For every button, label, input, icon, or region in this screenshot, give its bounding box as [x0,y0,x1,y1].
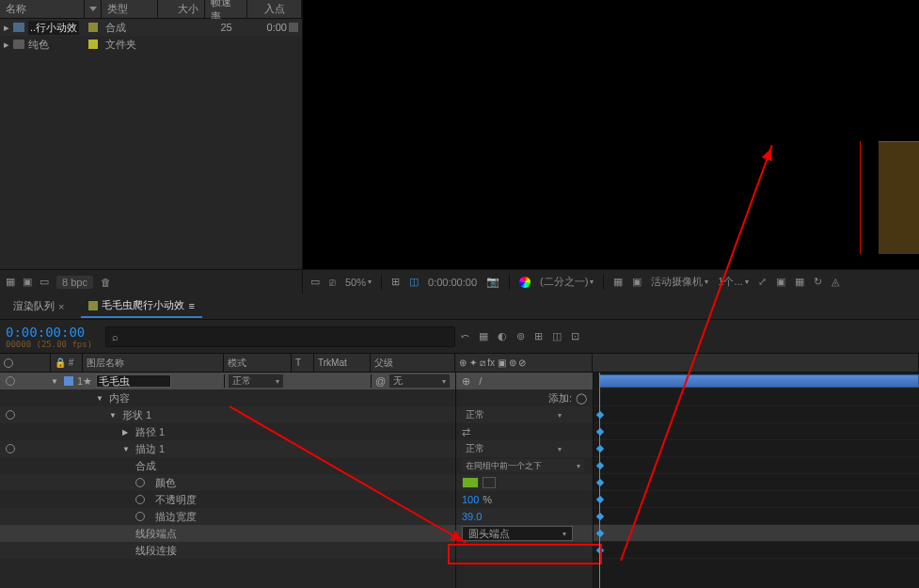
keyframe-marker[interactable] [596,411,604,419]
keyframe-marker[interactable] [596,496,604,503]
project-row[interactable]: ▸..行小动效 合成 25 0:00 [0,19,302,36]
col-in[interactable]: 入点 [247,0,302,19]
layer-duration-bar[interactable] [599,374,919,388]
layer-row[interactable]: ▼1 ★ 正常▾ @无▾ [0,373,455,389]
bpc-button[interactable]: 8 bpc [56,276,93,289]
blend-mode-select[interactable]: 正常▾ [229,374,283,388]
col-t[interactable]: T [292,354,314,372]
col-parent[interactable]: 父级 [371,354,455,372]
visibility-toggle[interactable] [6,376,15,386]
color-swatch[interactable] [462,477,479,488]
line-cap-select[interactable]: 圆头端点▾ [462,526,573,541]
composite-order-select[interactable]: 在同组中前一个之下▾ [462,459,584,472]
view-icon[interactable]: ▣ [776,276,785,288]
new-comp-icon[interactable]: ▣ [23,276,32,288]
twirl-icon[interactable]: ▼ [96,394,105,403]
monitor-icon[interactable]: ▭ [310,276,320,288]
mask-view-icon[interactable]: ▣ [632,276,642,288]
tab-menu-icon[interactable]: ≡ [188,300,194,311]
resolution-dropdown[interactable]: (二分之一)▾ [540,275,594,289]
layer-color-swatch[interactable] [64,376,73,386]
comp-shy-icon[interactable]: ▦ [479,330,488,342]
zoom-dropdown[interactable]: 50%▾ [345,277,372,288]
filter-icon[interactable]: ◬ [832,276,839,288]
trash-icon[interactable]: 🗑 [101,277,111,288]
reset-icon[interactable]: ↻ [814,276,822,288]
property-row[interactable]: 不透明度 [0,491,455,508]
property-row[interactable]: ▶路径 1 [0,423,455,440]
parent-select[interactable]: 无▾ [389,374,450,388]
viewer-timecode[interactable]: 0:00:00:00 [428,277,477,288]
display-icon[interactable]: ⎚ [329,277,336,288]
stopwatch-icon[interactable] [135,478,145,487]
expand-icon[interactable]: ⤢ [758,276,767,288]
region-icon[interactable]: ◫ [409,276,419,288]
layer-name-input[interactable] [96,374,171,388]
twirl-icon[interactable]: ▼ [109,411,119,420]
property-row[interactable]: 颜色 [0,474,455,491]
stroke-mode-select[interactable]: 正常▾ [462,442,565,455]
snapshot-icon[interactable]: ⊞ [391,276,400,288]
timeline-search[interactable]: ⌕ [105,326,455,347]
search-input[interactable] [124,331,449,342]
col-tag[interactable] [85,0,102,19]
property-row[interactable]: ▼内容 [0,389,455,406]
keyframe-marker[interactable] [596,479,604,486]
property-row[interactable]: ▼形状 1 [0,406,455,423]
camera-dropdown[interactable]: 活动摄像机▾ [651,275,708,289]
property-row[interactable]: 合成 [0,457,455,474]
options-icon[interactable]: ⊡ [571,330,579,342]
current-time-indicator[interactable] [599,373,600,588]
motion-blur-icon[interactable]: ⊚ [516,330,525,342]
add-menu-icon[interactable]: ◯ [576,392,587,405]
grid-icon[interactable]: ▦ [613,276,623,288]
color-management-icon[interactable] [519,277,531,288]
stopwatch-icon[interactable] [135,495,145,504]
shy-icon[interactable]: ⤺ [461,330,469,342]
col-layer-name[interactable]: 图层名称 [83,354,224,372]
col-type[interactable]: 类型 [102,0,158,19]
camera-icon[interactable]: 📷 [486,276,499,288]
tab-composition[interactable]: 毛毛虫爬行小动效≡ [81,294,201,318]
property-row[interactable]: ▼描边 1 [0,440,455,457]
path-keyframe-nav[interactable]: ⇄ [462,426,470,438]
col-name[interactable]: 名称 [0,0,85,19]
tab-render-queue[interactable]: 渲染队列× [6,295,71,317]
keyframe-marker[interactable] [596,513,604,520]
eyedropper-icon[interactable] [483,477,496,488]
twirl-icon[interactable]: ▼ [51,377,60,386]
twirl-icon[interactable]: ▼ [122,445,132,453]
keyframe-marker[interactable] [596,530,604,537]
opacity-value[interactable]: 100 [462,494,479,505]
close-icon[interactable]: × [58,301,64,312]
stopwatch-icon[interactable] [135,512,145,521]
col-trkmat[interactable]: TrkMat [314,354,371,372]
twirl-icon[interactable]: ▶ [122,428,132,437]
property-row[interactable]: 描边宽度 [0,508,455,525]
col-size[interactable]: 大小 [158,0,205,19]
new-bin-icon[interactable]: ▦ [6,276,15,288]
shape-mode-select[interactable]: 正常▾ [462,408,565,421]
keyframe-marker[interactable] [596,462,604,469]
col-fps[interactable]: 帧速率 [205,0,247,19]
visibility-toggle[interactable] [6,444,15,453]
property-row[interactable]: 线段连接 [0,542,455,559]
layer-tree: ▼1 ★ 正常▾ @无▾ ▼内容 ▼形状 1 ▶路径 [0,373,455,588]
draft-3d-icon[interactable]: ◫ [552,330,562,342]
viewer-canvas[interactable]: ◇ [303,0,919,269]
project-row[interactable]: ▸纯色 文件夹 [0,36,302,53]
keyframe-marker[interactable] [596,428,604,436]
switch-icons[interactable]: ⊕ / [462,375,487,388]
keyframe-marker[interactable] [596,445,604,453]
frame-blend-icon[interactable]: ◐ [498,330,507,342]
col-mode[interactable]: 模式 [224,354,292,372]
new-folder-icon[interactable]: ▭ [40,276,49,288]
current-timecode[interactable]: 0:00:00:00 [6,325,92,340]
3d-icon[interactable]: ▦ [795,276,804,288]
visibility-toggle[interactable] [6,410,15,420]
graph-editor-icon[interactable]: ⊞ [534,330,543,342]
timeline-tracks[interactable]: 01s 02s 03s 04s 05s 06s [593,373,919,588]
pickwhip-icon[interactable]: @ [375,375,386,387]
stroke-width-value[interactable]: 39.0 [462,511,482,522]
property-row-line-cap[interactable]: 线段端点 [0,525,455,542]
